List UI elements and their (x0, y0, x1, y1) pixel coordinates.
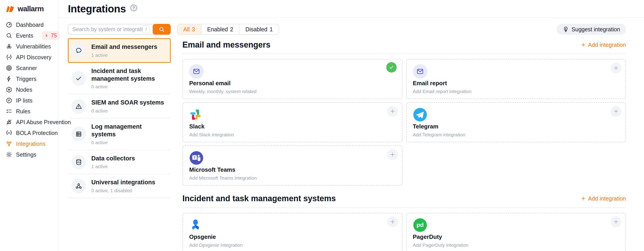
card-pagerduty[interactable]: pd PagerDuty Add PagerDuty integration (406, 213, 626, 251)
search-input[interactable] (72, 26, 142, 32)
card-title: Telegram (413, 123, 620, 130)
card-slack[interactable]: Slack Add Slack integration (182, 102, 402, 142)
sidebar-item-vulnerabilities[interactable]: Vulnerabilities (0, 41, 58, 52)
card-personal-email[interactable]: Personal email Weekly, monthly, system r… (182, 59, 402, 99)
card-telegram[interactable]: Telegram Add Telegram integration (406, 102, 626, 142)
section-divider (182, 207, 626, 208)
wallarm-logo-icon (6, 5, 15, 12)
card-description: Add Email report integration (413, 89, 620, 94)
category-universal-integrations[interactable]: Universal integrations 0 active, 1 disab… (68, 174, 171, 198)
suggest-integration-button[interactable]: Suggest integration (557, 24, 626, 35)
plus-icon (613, 65, 619, 71)
sidebar-item-rules[interactable]: Rules (0, 106, 58, 117)
lightning-icon (6, 75, 12, 82)
sidebar-item-label: API Discovery (16, 54, 52, 61)
category-title: Data collectors (91, 155, 135, 162)
braces-check-icon (6, 54, 12, 61)
category-status: 1 active (91, 164, 135, 169)
sidebar-item-label: BOLA Protection (16, 130, 58, 136)
add-card-button[interactable] (387, 149, 398, 160)
cards-grid: Opsgenie Add Opsgenie integration pd (182, 213, 626, 251)
sidebar-nav: Dashboard Events 75 Vulnerabilities API … (0, 19, 58, 160)
search-icon (158, 26, 165, 33)
sidebar-item-label: Vulnerabilities (16, 43, 51, 50)
filter-count: 2 (230, 26, 233, 33)
sidebar-item-triggers[interactable]: Triggers (0, 73, 58, 84)
card-description: Add Slack integration (189, 132, 396, 137)
category-data-collectors[interactable]: Data collectors 1 active (68, 150, 171, 174)
category-title: SIEM and SOAR systems (91, 99, 164, 107)
email-icon (189, 64, 204, 79)
sidebar-item-api-discovery[interactable]: API Discovery (0, 52, 58, 63)
card-email-report[interactable]: Email report Add Email report integratio… (406, 59, 626, 99)
section-incident-and-task-management: Incident and task management systems Add… (182, 194, 626, 251)
sidebar-item-integrations[interactable]: Integrations (0, 138, 58, 149)
toolbar: / All 3 Enabled 2 Disabled 1 Suggest int… (68, 24, 626, 35)
add-card-button[interactable] (611, 216, 622, 227)
category-incident-and-task-management[interactable]: Incident and task management systems 0 a… (68, 63, 171, 95)
sidebar-item-label: Rules (16, 108, 30, 115)
category-text: SIEM and SOAR systems 0 active (91, 99, 164, 114)
sidebar-item-label: Events (16, 32, 33, 39)
cards-grid: Personal email Weekly, monthly, system r… (182, 59, 626, 186)
category-email-and-messengers[interactable]: Email and messengers 1 active (68, 38, 171, 63)
search-button[interactable] (153, 24, 171, 35)
sidebar-item-label: Nodes (16, 86, 32, 93)
category-siem-and-soar[interactable]: SIEM and SOAR systems 0 active (68, 94, 171, 119)
add-integration-link[interactable]: Add integration (581, 195, 626, 202)
sidebar-item-settings[interactable]: Settings (0, 149, 58, 160)
category-title: Email and messengers (91, 43, 158, 51)
category-text: Log management systems 0 active (91, 123, 167, 145)
plus-icon (581, 42, 586, 47)
sidebar-item-label: API Abuse Prevention (16, 119, 71, 125)
question-mark-icon: ? (130, 5, 137, 11)
sidebar-item-api-abuse-prevention[interactable]: API Abuse Prevention (0, 117, 58, 128)
filter-tab-all[interactable]: All 3 (178, 24, 201, 34)
add-card-button[interactable] (387, 216, 398, 227)
slack-logo (189, 108, 202, 121)
sidebar-item-bola-protection[interactable]: ID BOLA Protection (0, 128, 58, 138)
sidebar-item-events[interactable]: Events 75 (0, 30, 58, 41)
add-card-button[interactable] (611, 106, 622, 117)
bolt-icon (44, 33, 49, 38)
events-count-badge: 75 (42, 31, 60, 40)
category-status: 0 active (91, 84, 167, 89)
database-icon (72, 155, 86, 169)
sidebar-item-ip-lists[interactable]: IP IP lists (0, 95, 58, 106)
microsoft-teams-logo: T (189, 151, 204, 165)
biohazard-icon (6, 43, 12, 50)
category-text: Incident and task management systems 0 a… (91, 67, 167, 90)
webhook-icon (72, 179, 86, 193)
category-status: 0 active (91, 108, 164, 114)
section-title: Email and messengers (182, 40, 270, 49)
plus-icon (613, 108, 619, 114)
help-button[interactable]: ? (130, 3, 138, 12)
sidebar-item-scanner[interactable]: Scanner (0, 63, 58, 73)
warning-triangle-icon (72, 99, 86, 114)
svg-text:IP: IP (8, 99, 10, 102)
filter-tab-disabled[interactable]: Disabled 1 (239, 24, 278, 34)
category-log-management[interactable]: Log management systems 0 active (68, 119, 171, 150)
category-status: 0 active, 1 disabled (91, 188, 155, 193)
sidebar-item-label: Integrations (16, 141, 46, 147)
main-area: Integrations ? / All 3 Enabled 2 Disable… (58, 0, 644, 251)
card-opsgenie[interactable]: Opsgenie Add Opsgenie integration (182, 213, 402, 251)
category-text: Data collectors 1 active (91, 155, 135, 169)
filter-tab-enabled[interactable]: Enabled 2 (201, 24, 239, 34)
add-card-button[interactable] (611, 63, 622, 73)
sidebar: wallarm Dashboard Events 75 Vulnerabilit… (0, 0, 58, 251)
section-header: Email and messengers Add integration (182, 40, 626, 49)
card-description: Add Telegram integration (413, 132, 620, 137)
active-check-badge (386, 62, 397, 72)
sidebar-item-label: Triggers (16, 76, 36, 82)
add-card-button[interactable] (387, 106, 398, 117)
ip-circle-icon: IP (6, 97, 12, 104)
sidebar-item-dashboard[interactable]: Dashboard (0, 19, 58, 30)
filter-label: Disabled (245, 26, 267, 33)
section-header: Incident and task management systems Add… (182, 194, 626, 203)
add-integration-link[interactable]: Add integration (581, 42, 626, 48)
card-microsoft-teams[interactable]: T Microsoft Teams Add Microsoft Teams in… (182, 146, 402, 186)
sidebar-item-nodes[interactable]: Nodes (0, 84, 58, 95)
search-events-icon (6, 32, 12, 39)
category-title: Universal integrations (91, 179, 155, 186)
